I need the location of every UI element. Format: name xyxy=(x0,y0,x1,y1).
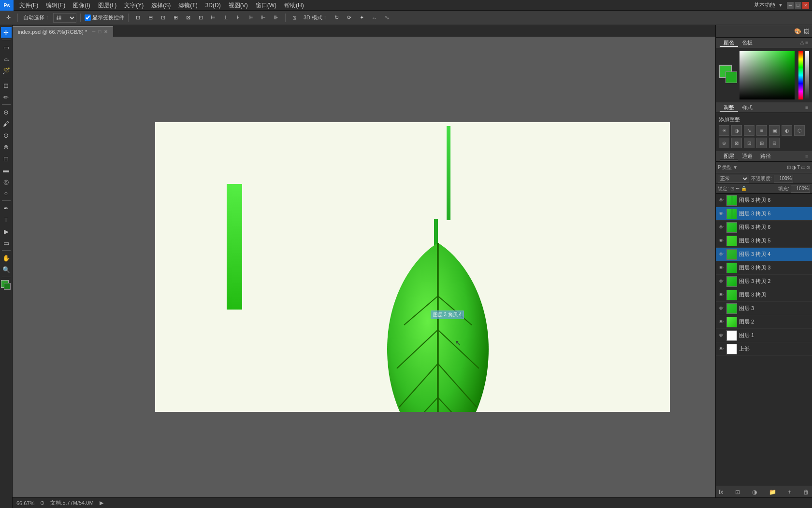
filter-pixel-btn[interactable]: ⊡ xyxy=(787,165,791,170)
gradient-tool[interactable]: ▬ xyxy=(1,165,12,175)
panel-icon-1[interactable]: 🎨 xyxy=(794,28,801,35)
hue-bar[interactable] xyxy=(798,51,803,99)
layer-vis-4[interactable]: 👁 xyxy=(718,251,725,258)
layer-group-btn[interactable]: 📁 xyxy=(769,489,776,495)
layer-item-7[interactable]: 👁 图层 3 拷贝 xyxy=(716,288,812,302)
layer-vis-7[interactable]: 👁 xyxy=(718,292,725,298)
adj-sat-icon[interactable]: ⬡ xyxy=(794,125,805,136)
canvas-tab-main[interactable]: index.psd @ 66.7%(RGB/8) * ─ □ ✕ xyxy=(13,26,113,37)
workspace-dropdown-icon[interactable]: ▼ xyxy=(778,2,783,8)
background-color-swatch[interactable] xyxy=(725,71,737,83)
eraser-tool[interactable]: ◻ xyxy=(1,153,12,164)
layer-delete-btn[interactable]: 🗑 xyxy=(803,489,809,495)
color-gradient-picker[interactable] xyxy=(740,51,795,99)
menu-window[interactable]: 窗口(W) xyxy=(252,0,280,11)
layer-vis-2[interactable]: 👁 xyxy=(718,224,725,231)
dist-h-btn[interactable]: ⊨ xyxy=(208,13,218,23)
align-left-btn[interactable]: ⊡ xyxy=(132,13,143,23)
menu-select[interactable]: 选择(S) xyxy=(147,0,174,11)
show-transform-checkbox[interactable] xyxy=(85,14,91,21)
layer-vis-9[interactable]: 👁 xyxy=(718,319,725,325)
filter-smart-btn[interactable]: ⊙ xyxy=(806,165,810,170)
layer-vis-11[interactable]: 👁 xyxy=(718,346,725,353)
quicksel-tool[interactable]: 🪄 xyxy=(1,65,12,76)
status-arrow[interactable]: ▶ xyxy=(100,500,103,506)
eyedropper-tool[interactable]: ✏ xyxy=(1,92,12,102)
layer-adj-btn[interactable]: ◑ xyxy=(752,489,757,495)
adj-invert-icon[interactable]: ⊖ xyxy=(719,138,729,148)
canvas-frame[interactable]: 图层 3 拷贝 4 ↖ xyxy=(13,37,812,497)
layer-vis-6[interactable]: 👁 xyxy=(718,278,725,285)
adj-threshold-icon[interactable]: ⊡ xyxy=(744,138,754,148)
menu-3d[interactable]: 3D(D) xyxy=(202,0,225,11)
menu-type[interactable]: 文字(Y) xyxy=(120,0,147,11)
opacity-bar[interactable] xyxy=(805,51,809,99)
3d-roll-btn[interactable]: ⟳ xyxy=(344,13,354,23)
blur-tool[interactable]: ◎ xyxy=(1,176,12,187)
layer-item-5[interactable]: 👁 图层 3 拷贝 3 xyxy=(716,261,812,275)
3d-rotate-btn[interactable]: ↻ xyxy=(331,13,342,23)
layers-panel-menu[interactable]: ≡ xyxy=(805,154,808,159)
3d-transform-btn[interactable]: ⧖ xyxy=(290,13,300,23)
history-tool[interactable]: ⊚ xyxy=(1,141,12,152)
layer-mask-btn[interactable]: ⊡ xyxy=(735,489,740,495)
panel-menu-icon[interactable]: ≡ xyxy=(805,40,808,45)
layer-item-11[interactable]: 👁 上部 xyxy=(716,342,812,356)
opacity-input[interactable] xyxy=(774,175,793,183)
lasso-tool[interactable]: ⌓ xyxy=(1,54,12,64)
layer-item-8[interactable]: 👁 图层 3 xyxy=(716,302,812,315)
layer-item-3[interactable]: 👁 图层 3 拷贝 5 xyxy=(716,234,812,248)
channels-tab[interactable]: 通道 xyxy=(738,153,756,160)
adj-hue-icon[interactable]: ◐ xyxy=(782,125,792,136)
layer-fx-btn[interactable]: fx xyxy=(719,489,723,495)
layer-vis-8[interactable]: 👁 xyxy=(718,305,725,312)
swatch-tab[interactable]: 色板 xyxy=(738,39,756,47)
menu-filter[interactable]: 滤镜(T) xyxy=(174,0,201,11)
layer-item-10[interactable]: 👁 图层 1 xyxy=(716,329,812,342)
menu-view[interactable]: 视图(V) xyxy=(225,0,252,11)
auto-select-dropdown[interactable]: 组 图层 xyxy=(53,13,76,23)
dist-b-btn[interactable]: ⊪ xyxy=(271,13,281,23)
menu-file[interactable]: 文件(F) xyxy=(15,0,42,11)
filter-adj-btn[interactable]: ◑ xyxy=(792,165,796,170)
menu-edit[interactable]: 编辑(E) xyxy=(42,0,69,11)
dist-t-btn[interactable]: ⊩ xyxy=(258,13,269,23)
style-tab[interactable]: 样式 xyxy=(738,104,756,112)
layer-item-2[interactable]: 👁 图层 3 拷贝 6 xyxy=(716,221,812,234)
move-tool[interactable]: ✛ xyxy=(1,27,12,38)
close-button[interactable]: ✕ xyxy=(802,2,809,9)
marquee-tool[interactable]: ▭ xyxy=(1,42,12,53)
layer-vis-3[interactable]: 👁 xyxy=(718,238,725,244)
menu-help[interactable]: 帮助(H) xyxy=(280,0,308,11)
lock-all-btn[interactable]: 🔒 xyxy=(741,186,747,191)
filter-type-dropdown[interactable]: ▼ xyxy=(733,165,738,170)
lock-pixels-btn[interactable]: ⊡ xyxy=(730,186,734,191)
hand-tool[interactable]: ✋ xyxy=(1,253,12,263)
panel-icon-2[interactable]: 🖼 xyxy=(803,28,809,35)
type-tool[interactable]: T xyxy=(1,214,12,225)
path-sel-tool[interactable]: ▶ xyxy=(1,226,12,237)
3d-slide-btn[interactable]: ↔ xyxy=(369,13,379,23)
clone-tool[interactable]: ⊙ xyxy=(1,130,12,141)
adj-posterize-icon[interactable]: ⊠ xyxy=(731,138,742,148)
align-bottom-btn[interactable]: ⊡ xyxy=(195,13,206,23)
panel-warning-icon[interactable]: ⚠ xyxy=(800,40,804,45)
align-right-btn[interactable]: ⊡ xyxy=(158,13,168,23)
color-swatches[interactable] xyxy=(1,280,12,291)
fill-input[interactable] xyxy=(791,185,810,193)
color-tab[interactable]: 颜色 xyxy=(720,39,738,47)
paths-tab[interactable]: 路径 xyxy=(756,153,775,160)
align-top-btn[interactable]: ⊞ xyxy=(170,13,181,23)
3d-drag-btn[interactable]: ✦ xyxy=(356,13,367,23)
layer-vis-5[interactable]: 👁 xyxy=(718,265,725,271)
adj-panel-menu[interactable]: ≡ xyxy=(805,105,808,110)
dodge-tool[interactable]: ○ xyxy=(1,188,12,198)
adj-contrast-icon[interactable]: ◑ xyxy=(731,125,742,136)
layer-item-0[interactable]: 👁 图层 3 拷贝 6 xyxy=(716,194,812,207)
menu-layer[interactable]: 图层(L) xyxy=(94,0,121,11)
minimize-button[interactable]: ─ xyxy=(787,2,794,9)
layer-item-6[interactable]: 👁 图层 3 拷贝 2 xyxy=(716,275,812,288)
adj-curves-icon[interactable]: ∿ xyxy=(744,125,754,136)
adj-tab[interactable]: 调整 xyxy=(720,104,738,112)
align-center-h-btn[interactable]: ⊟ xyxy=(145,13,156,23)
